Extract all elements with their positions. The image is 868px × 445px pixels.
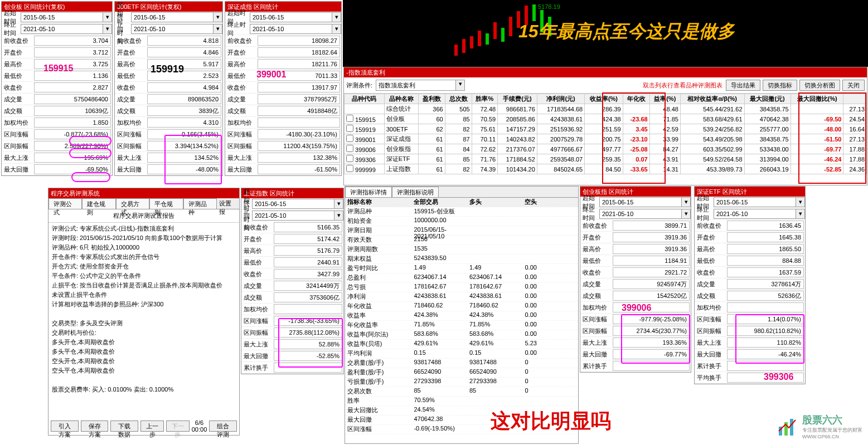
chevron-down-icon[interactable]: ▾	[796, 197, 805, 207]
stat-label: 加权均价	[695, 304, 727, 312]
stat-value	[258, 118, 340, 128]
col-header[interactable]: 净利润(元)	[537, 94, 584, 104]
date-input[interactable]	[714, 197, 796, 207]
stat-value: 9245974万	[613, 279, 690, 289]
date-input[interactable]	[250, 12, 332, 22]
chevron-down-icon[interactable]: ▾	[682, 209, 691, 219]
chevron-down-icon[interactable]: ▾	[214, 24, 222, 34]
stat-value: 52.88%	[274, 339, 342, 349]
date-input[interactable]	[714, 209, 796, 219]
date-input[interactable]	[21, 24, 103, 34]
col-header[interactable]: 最大回撤(元)	[744, 94, 791, 104]
row-checkbox[interactable]	[346, 135, 353, 142]
tab[interactable]: 平仓规则	[149, 198, 183, 209]
date-input[interactable]	[21, 12, 103, 22]
table-row[interactable]: 399306深证ETF618571.76171884.522593548.072…	[345, 154, 867, 164]
chevron-down-icon[interactable]: ▾	[332, 12, 341, 22]
table-row[interactable]: 399001深证成指618770.11140243.822007529.7820…	[345, 134, 867, 144]
tab[interactable]: 评测公式	[49, 198, 82, 209]
stat-value: -977.99(-25.08%)	[613, 314, 690, 324]
col-header[interactable]: 益率(%)	[649, 94, 680, 104]
date-input[interactable]	[131, 12, 214, 22]
detail-row: 盈亏时间比1.491.490.00	[345, 264, 578, 273]
col-header[interactable]: 总次数	[445, 94, 472, 104]
col-header[interactable]: 品种代码	[345, 94, 385, 104]
table-row[interactable]: 综合统计36650572.48986681.7617183544.68286.3…	[345, 104, 867, 114]
date-input[interactable]	[252, 211, 334, 221]
date-input[interactable]	[599, 209, 682, 219]
col-header[interactable]: 品种名称	[384, 94, 418, 104]
date-input[interactable]	[131, 24, 214, 34]
chevron-down-icon[interactable]: ▾	[796, 209, 805, 219]
chevron-down-icon[interactable]: ▾	[455, 80, 464, 90]
action-button[interactable]: 切换分析图	[799, 80, 840, 91]
row-checkbox[interactable]	[346, 145, 353, 152]
action-button[interactable]: 引入方案	[51, 420, 79, 432]
table-row[interactable]: 159919300ETF628275.61147157.292515936.92…	[345, 124, 867, 134]
report-line: 空头平仓,本周期收盘价	[52, 366, 236, 375]
chevron-down-icon[interactable]: ▾	[334, 199, 343, 209]
stat-value: 13917.97	[258, 82, 340, 92]
detail-row: 平均利润0.150.150.00	[345, 349, 578, 359]
date-input[interactable]	[252, 199, 334, 209]
col-header[interactable]: 最大回撤比(%)	[791, 94, 843, 104]
report-line	[52, 309, 236, 319]
stat-value	[613, 302, 690, 312]
tab[interactable]: 建仓规则	[82, 198, 115, 209]
action-button[interactable]: 组合评测	[209, 420, 237, 432]
stat-label: 最低价	[241, 258, 274, 267]
chevron-down-icon[interactable]: ▾	[103, 24, 112, 34]
table-row[interactable]: 999999上证指数618274.39101434.20845024.6584.…	[345, 164, 867, 174]
chevron-down-icon[interactable]: ▾	[682, 197, 691, 207]
stat-label: 最大回撤	[241, 352, 274, 360]
action-button[interactable]: 上一步	[140, 420, 164, 432]
row-checkbox[interactable]	[346, 155, 353, 162]
stat-label: 最高价	[580, 245, 613, 253]
tab[interactable]: 评测品种	[183, 198, 217, 209]
action-button[interactable]: 导出结果	[726, 80, 760, 91]
tab[interactable]: 评测指标说明	[392, 187, 439, 197]
col-header[interactable]: 手续费(元)	[498, 94, 537, 104]
chevron-down-icon[interactable]: ▾	[334, 211, 343, 221]
stat-value: 2.523	[147, 71, 221, 81]
table-row[interactable]: 159915创业板608570.59208585.864243838.61424…	[345, 114, 867, 124]
date-input[interactable]	[599, 197, 682, 207]
chevron-down-icon[interactable]: ▾	[214, 12, 222, 22]
col-header[interactable]: 胜率%	[472, 94, 497, 104]
stat-label: 前收盘价	[580, 222, 613, 230]
report-line: 评测时段: 2015/06/15-2021/05/10 向前多取100个数据用于…	[52, 233, 236, 243]
row-checkbox[interactable]	[346, 165, 353, 172]
row-checkbox[interactable]	[346, 115, 353, 122]
action-button[interactable]: 关闭	[842, 80, 865, 91]
panel-szzs: 上证指数 区间统计 起始时间▾终止时间▾前收盘价5166.35开盘价5174.4…	[241, 188, 344, 374]
cond-select[interactable]: 指数顶底套利	[376, 80, 455, 90]
action-button[interactable]: 下一步	[166, 420, 190, 432]
detail-row: 盈利量(股/手)66524090665240900	[345, 368, 578, 378]
stat-value: 980.62(110.82%)	[727, 326, 804, 336]
action-button[interactable]: 保存方案	[81, 420, 109, 432]
col-header[interactable]: 相对收益率α/β(%)	[680, 94, 744, 104]
col-header[interactable]	[843, 94, 867, 104]
stat-label: 开盘价	[2, 48, 34, 57]
col-header[interactable]: 收益率(%)	[585, 94, 623, 104]
stat-value: 18182.64	[258, 47, 340, 57]
stat-value: 32414499万	[274, 281, 342, 291]
report-line: 交易类型: 多头及空头评测	[52, 319, 236, 328]
detail-row: 收益率(阿尔法)583.68%583.68%0.00	[345, 330, 578, 340]
table-row[interactable]: 399006创业板指618472.62217376.074977666.6749…	[345, 144, 867, 154]
chevron-down-icon[interactable]: ▾	[332, 24, 341, 34]
chevron-down-icon[interactable]: ▾	[103, 12, 112, 22]
action-button[interactable]: 下载数据	[110, 420, 138, 432]
date-input[interactable]	[250, 24, 332, 34]
stat-label: 最低价	[580, 257, 613, 265]
stat-value: 5174.42	[274, 234, 342, 244]
col-header[interactable]: 盈利数	[418, 94, 445, 104]
action-button[interactable]: 切换指标	[763, 80, 797, 91]
col-header[interactable]: 年化收	[623, 94, 649, 104]
tab[interactable]: 评测指标详情	[345, 187, 392, 197]
stat-value: 5750486400	[34, 94, 111, 104]
row-checkbox[interactable]	[346, 125, 353, 132]
tab[interactable]: 交易方式	[116, 198, 149, 209]
hint-text: 双击列表行查看品种评测图表	[643, 81, 722, 90]
stat-value: 5166.35	[274, 222, 342, 232]
